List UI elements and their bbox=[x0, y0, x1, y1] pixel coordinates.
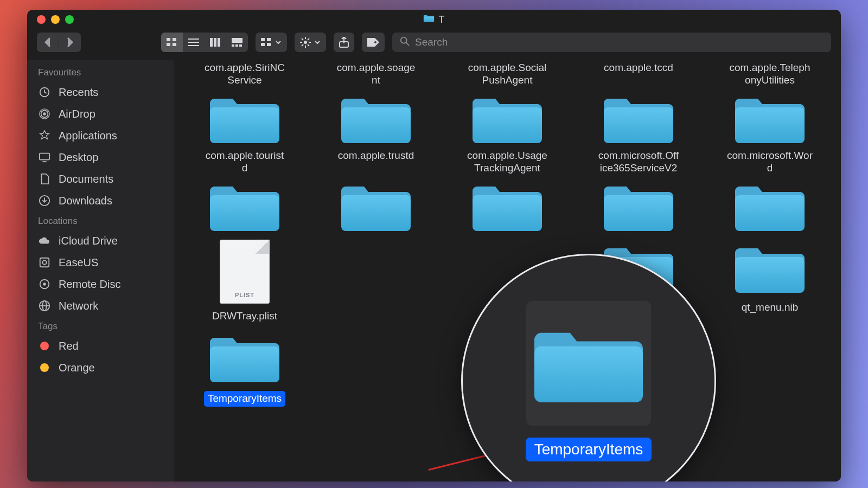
forward-button[interactable] bbox=[59, 33, 81, 52]
file-item-selected[interactable]: TemporaryItems bbox=[181, 327, 308, 407]
file-item[interactable]: com.apple.tccd bbox=[575, 62, 702, 145]
search-field[interactable] bbox=[392, 33, 831, 52]
file-item[interactable]: com.apple.tourist d bbox=[181, 150, 308, 233]
desktop-icon bbox=[38, 151, 51, 164]
column-view-button[interactable] bbox=[205, 33, 226, 52]
folder-icon bbox=[735, 179, 805, 233]
close-button[interactable] bbox=[37, 15, 46, 24]
minimize-button[interactable] bbox=[51, 15, 60, 24]
svg-rect-10 bbox=[218, 38, 220, 47]
sidebar-item-label: Downloads bbox=[59, 195, 112, 207]
nav-controls bbox=[37, 33, 81, 52]
file-item[interactable]: qt_menu.nib bbox=[706, 237, 833, 323]
file-item[interactable]: com.apple.trustd bbox=[312, 150, 439, 233]
svg-rect-9 bbox=[214, 38, 216, 47]
sidebar-item-desktop[interactable]: Desktop bbox=[27, 146, 174, 168]
zoom-folder-icon bbox=[526, 301, 651, 426]
content-area: com.apple.SiriNC Service com.apple.soage… bbox=[174, 60, 841, 481]
action-menu[interactable] bbox=[295, 33, 326, 52]
sidebar-item-recents[interactable]: Recents bbox=[27, 81, 174, 103]
sidebar-item-easeus[interactable]: EaseUS bbox=[27, 252, 174, 273]
file-item[interactable]: com.microsoft.Off ice365ServiceV2 bbox=[575, 150, 702, 233]
network-icon bbox=[38, 299, 51, 312]
svg-line-31 bbox=[406, 43, 409, 46]
svg-rect-5 bbox=[188, 38, 199, 40]
apps-icon bbox=[38, 129, 51, 142]
window-title: T bbox=[424, 13, 445, 27]
tag-dot-icon bbox=[38, 361, 51, 374]
file-item[interactable]: com.apple.soage nt bbox=[312, 62, 439, 145]
file-label: com.apple.SiriNC Service bbox=[205, 62, 285, 88]
svg-line-26 bbox=[308, 38, 309, 40]
folder-icon bbox=[604, 179, 673, 233]
svg-point-29 bbox=[374, 41, 376, 43]
group-by-control[interactable] bbox=[256, 33, 287, 52]
file-label: DRWTray.plist bbox=[212, 310, 277, 323]
file-label: com.apple.soage nt bbox=[337, 62, 416, 88]
folder-icon bbox=[473, 91, 542, 145]
sidebar-item-downloads[interactable]: Downloads bbox=[27, 190, 174, 211]
search-input[interactable] bbox=[415, 36, 824, 48]
sidebar-item-airdrop[interactable]: AirDrop bbox=[27, 103, 174, 125]
documents-icon bbox=[38, 172, 51, 185]
folder-icon bbox=[210, 179, 279, 233]
svg-line-24 bbox=[302, 38, 303, 40]
file-item[interactable]: com.apple.Teleph onyUtilities bbox=[706, 62, 833, 145]
svg-rect-6 bbox=[188, 42, 199, 43]
tag-button[interactable] bbox=[362, 33, 385, 52]
svg-rect-18 bbox=[267, 43, 271, 46]
icon-view-button[interactable] bbox=[161, 33, 183, 52]
sidebar-item-documents[interactable]: Documents bbox=[27, 168, 174, 190]
tag-control[interactable] bbox=[362, 33, 385, 52]
svg-point-30 bbox=[401, 37, 407, 43]
share-control[interactable] bbox=[334, 33, 354, 52]
remote-disc-icon bbox=[38, 278, 51, 291]
folder-icon bbox=[604, 91, 673, 145]
share-button[interactable] bbox=[334, 33, 354, 52]
sidebar-item-label: Documents bbox=[59, 173, 113, 185]
action-button[interactable] bbox=[295, 33, 326, 52]
svg-point-42 bbox=[43, 282, 46, 286]
svg-rect-13 bbox=[235, 44, 238, 47]
svg-rect-39 bbox=[40, 258, 49, 267]
file-item[interactable]: com.apple.Social PushAgent bbox=[444, 62, 571, 145]
file-label: com.apple.tourist d bbox=[206, 150, 284, 176]
file-label: com.apple.Social PushAgent bbox=[468, 62, 547, 88]
sidebar-tag-orange[interactable]: Orange bbox=[27, 357, 174, 378]
sidebar-item-label: Red bbox=[59, 340, 79, 352]
file-label: qt_menu.nib bbox=[742, 301, 799, 314]
sidebar-item-label: iCloud Drive bbox=[59, 235, 118, 247]
svg-rect-3 bbox=[167, 43, 170, 46]
sidebar-item-label: Recents bbox=[59, 86, 98, 99]
maximize-button[interactable] bbox=[65, 15, 74, 24]
svg-rect-36 bbox=[40, 153, 49, 160]
list-view-button[interactable] bbox=[183, 33, 205, 52]
sidebar-item-label: EaseUS bbox=[59, 256, 98, 269]
file-label: TemporaryItems bbox=[204, 391, 285, 407]
sidebar-item-applications[interactable]: Applications bbox=[27, 125, 174, 146]
sidebar-item-label: Applications bbox=[59, 130, 117, 142]
airdrop-icon bbox=[38, 107, 51, 120]
svg-rect-12 bbox=[232, 44, 234, 47]
sidebar-section-title: Tags bbox=[27, 317, 174, 335]
folder-icon bbox=[210, 330, 279, 384]
sidebar-tag-red[interactable]: Red bbox=[27, 335, 174, 357]
cloud-icon bbox=[38, 234, 51, 247]
back-button[interactable] bbox=[37, 33, 59, 52]
file-item[interactable]: PLIST DRWTray.plist bbox=[181, 237, 308, 323]
svg-rect-14 bbox=[239, 44, 242, 47]
sidebar-item-network[interactable]: Network bbox=[27, 295, 174, 317]
finder-window: T Fa bbox=[27, 10, 841, 481]
svg-point-40 bbox=[42, 260, 46, 264]
titlebar: T bbox=[27, 10, 841, 29]
svg-rect-8 bbox=[210, 38, 213, 47]
file-item[interactable]: com.apple.Usage TrackingAgent bbox=[444, 150, 571, 233]
toolbar bbox=[27, 29, 841, 60]
folder-icon bbox=[473, 179, 542, 233]
file-item[interactable]: com.apple.SiriNC Service bbox=[181, 62, 308, 145]
file-item[interactable]: com.microsoft.Wor d bbox=[706, 150, 833, 233]
sidebar-item-remote-disc[interactable]: Remote Disc bbox=[27, 273, 174, 295]
gallery-view-button[interactable] bbox=[226, 33, 248, 52]
sidebar-item-icloud[interactable]: iCloud Drive bbox=[27, 230, 174, 252]
group-by-button[interactable] bbox=[256, 33, 287, 52]
